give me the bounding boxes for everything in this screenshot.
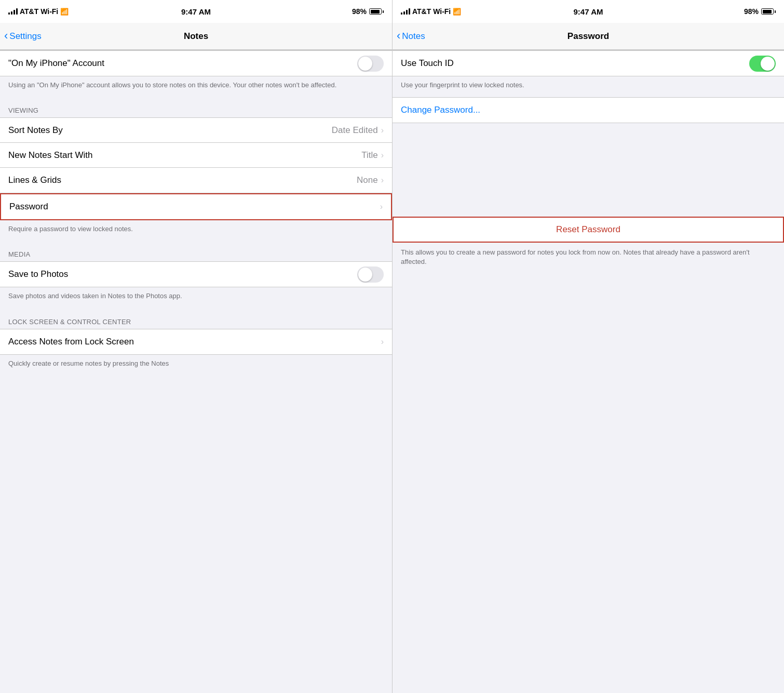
access-notes-label: Access Notes from Lock Screen <box>8 337 381 347</box>
on-my-iphone-group: "On My iPhone" Account <box>0 50 392 76</box>
battery-icon-left <box>369 8 384 15</box>
right-panel: AT&T Wi-Fi 📶 9:47 AM 98% ‹ Notes Passwor… <box>392 0 784 693</box>
change-password-label: Change Password... <box>401 105 480 115</box>
touch-id-description: Use your fingerprint to view locked note… <box>393 76 784 97</box>
back-arrow-right: ‹ <box>397 30 400 42</box>
back-button-right[interactable]: ‹ Notes <box>397 31 425 42</box>
touch-id-toggle[interactable] <box>749 56 776 72</box>
password-group: Password › <box>0 193 392 220</box>
on-my-iphone-description: Using an "On My iPhone" account allows y… <box>0 76 392 97</box>
save-to-photos-toggle[interactable] <box>357 266 384 283</box>
left-content: "On My iPhone" Account Using an "On My i… <box>0 50 392 693</box>
back-button-left[interactable]: ‹ Settings <box>4 31 42 42</box>
signal-icon-right <box>401 8 410 15</box>
on-my-iphone-row[interactable]: "On My iPhone" Account <box>0 51 392 76</box>
touch-id-label: Use Touch ID <box>401 58 749 69</box>
wifi-icon-left: 📶 <box>60 8 69 16</box>
toggle-knob <box>358 57 372 71</box>
back-label-left: Settings <box>9 31 41 42</box>
nav-title-left: Notes <box>184 31 208 42</box>
lines-grids-label: Lines & Grids <box>8 175 357 185</box>
access-notes-chevron: › <box>381 337 384 346</box>
status-bar-left: AT&T Wi-Fi 📶 9:47 AM 98% <box>0 0 392 23</box>
status-carrier-left: AT&T Wi-Fi 📶 <box>8 7 71 16</box>
back-arrow-left: ‹ <box>4 30 8 42</box>
carrier-text-left: AT&T Wi-Fi <box>20 7 58 16</box>
save-to-photos-description: Save photos and videos taken in Notes to… <box>0 287 392 308</box>
nav-bar-left: ‹ Settings Notes <box>0 23 392 50</box>
reset-password-label: Reset Password <box>556 224 620 234</box>
sort-notes-chevron: › <box>381 126 384 135</box>
wifi-icon-right: 📶 <box>453 8 461 16</box>
status-bar-right: AT&T Wi-Fi 📶 9:47 AM 98% <box>393 0 784 23</box>
change-password-row[interactable]: Change Password... <box>393 97 784 123</box>
sort-notes-label: Sort Notes By <box>8 125 332 136</box>
new-notes-label: New Notes Start With <box>8 150 361 161</box>
reset-password-description: This allows you to create a new password… <box>393 243 784 274</box>
touch-id-knob <box>761 57 775 71</box>
save-toggle-knob <box>358 268 372 282</box>
time-right: 9:47 AM <box>574 7 603 16</box>
sort-notes-row[interactable]: Sort Notes By Date Edited › <box>0 118 392 143</box>
battery-percent-left: 98% <box>352 7 367 16</box>
lines-grids-row[interactable]: Lines & Grids None › <box>0 168 392 193</box>
back-label-right: Notes <box>402 31 425 42</box>
touch-id-group: Use Touch ID <box>393 50 784 76</box>
password-row[interactable]: Password › <box>1 194 391 219</box>
password-label: Password <box>9 202 380 212</box>
new-notes-row[interactable]: New Notes Start With Title › <box>0 143 392 168</box>
signal-icon <box>8 8 18 15</box>
media-header: MEDIA <box>0 241 392 261</box>
viewing-group: Sort Notes By Date Edited › New Notes St… <box>0 117 392 193</box>
new-notes-chevron: › <box>381 151 384 160</box>
nav-title-right: Password <box>567 31 609 42</box>
lock-screen-group: Access Notes from Lock Screen › <box>0 329 392 355</box>
nav-bar-right: ‹ Notes Password <box>393 23 784 50</box>
on-my-iphone-label: "On My iPhone" Account <box>8 58 357 69</box>
empty-section <box>393 123 784 217</box>
battery-percent-right: 98% <box>744 7 759 16</box>
touch-id-row[interactable]: Use Touch ID <box>393 51 784 76</box>
lines-grids-chevron: › <box>381 176 384 185</box>
reset-password-button[interactable]: Reset Password <box>393 217 784 243</box>
on-my-iphone-toggle[interactable] <box>357 56 384 72</box>
media-group: Save to Photos <box>0 261 392 287</box>
battery-left: 98% <box>321 7 384 16</box>
save-to-photos-label: Save to Photos <box>8 269 357 279</box>
sort-notes-value: Date Edited <box>332 125 378 136</box>
left-panel: AT&T Wi-Fi 📶 9:47 AM 98% ‹ Settings Note… <box>0 0 392 693</box>
new-notes-value: Title <box>361 150 378 161</box>
access-notes-row[interactable]: Access Notes from Lock Screen › <box>0 329 392 354</box>
viewing-header: VIEWING <box>0 97 392 117</box>
battery-right: 98% <box>713 7 776 16</box>
battery-icon-right <box>761 8 776 15</box>
lock-screen-header: LOCK SCREEN & CONTROL CENTER <box>0 309 392 329</box>
carrier-text-right: AT&T Wi-Fi <box>412 7 451 16</box>
time-left: 9:47 AM <box>181 7 211 16</box>
lines-grids-value: None <box>357 175 378 185</box>
save-to-photos-row[interactable]: Save to Photos <box>0 262 392 287</box>
password-description: Require a password to view locked notes. <box>0 220 392 241</box>
status-carrier-right: AT&T Wi-Fi 📶 <box>401 7 463 16</box>
password-chevron: › <box>380 202 383 211</box>
right-content: Use Touch ID Use your fingerprint to vie… <box>393 50 784 693</box>
access-notes-description: Quickly create or resume notes by pressi… <box>0 355 392 376</box>
